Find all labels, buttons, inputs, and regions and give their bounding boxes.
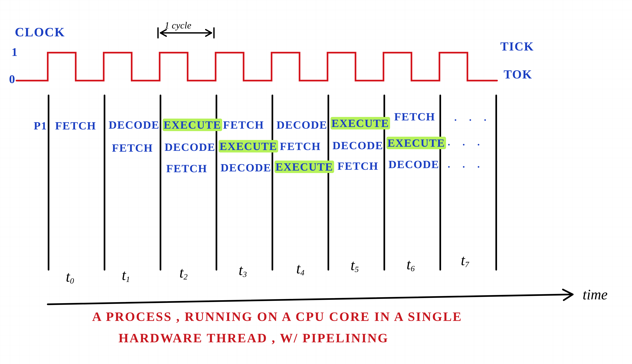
svg-line-12: [48, 294, 573, 304]
caption-line-1: A PROCESS , RUNNING ON A CPU CORE IN A S…: [92, 309, 462, 324]
time-axis-label: time: [583, 286, 608, 303]
caption-line-2: HARDWARE THREAD , W/ PIPELINING: [119, 330, 389, 346]
